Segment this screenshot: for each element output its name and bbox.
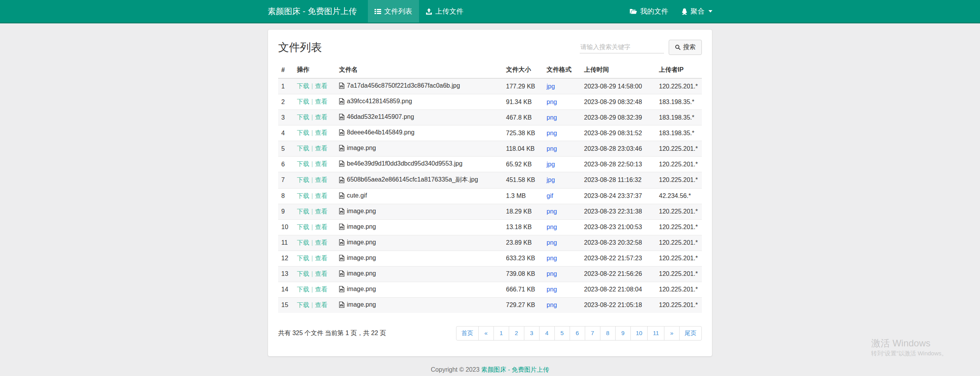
- row-actions: 下载|查看: [294, 172, 336, 189]
- page-button-»[interactable]: »: [664, 326, 680, 341]
- row-upload-time: 2023-08-28 23:03:46: [581, 141, 656, 157]
- page-button-7[interactable]: 7: [585, 326, 600, 341]
- page-button-«[interactable]: «: [478, 326, 494, 341]
- format-link[interactable]: jpg: [547, 161, 555, 168]
- view-link[interactable]: 查看: [315, 208, 327, 215]
- view-link[interactable]: 查看: [315, 224, 327, 230]
- view-link[interactable]: 查看: [315, 98, 327, 105]
- filename-text[interactable]: image.png: [347, 208, 376, 215]
- format-link[interactable]: png: [547, 255, 557, 261]
- filename-text[interactable]: be46e39d9d1f0dd3dbcd95d340d9553.jpg: [347, 160, 462, 167]
- format-link[interactable]: gif: [547, 192, 553, 199]
- format-link[interactable]: png: [547, 99, 557, 105]
- view-link[interactable]: 查看: [315, 161, 327, 167]
- filename-text[interactable]: 6508b65aea2e866145cfc1a8176335a_副本.jpg: [347, 176, 478, 184]
- page-button-11[interactable]: 11: [647, 326, 664, 341]
- page-button-4[interactable]: 4: [539, 326, 555, 341]
- format-link[interactable]: png: [547, 130, 557, 136]
- view-link[interactable]: 查看: [315, 302, 327, 308]
- row-size: 23.89 KB: [503, 235, 543, 251]
- file-image-icon: [339, 161, 344, 167]
- chevron-down-icon: [708, 10, 712, 12]
- view-link[interactable]: 查看: [315, 270, 327, 277]
- page-button-5[interactable]: 5: [554, 326, 570, 341]
- row-upload-time: 2023-08-22 21:08:04: [581, 282, 656, 297]
- download-link[interactable]: 下载: [297, 192, 309, 199]
- format-link[interactable]: png: [547, 224, 557, 230]
- download-link[interactable]: 下载: [297, 239, 309, 246]
- page-button-8[interactable]: 8: [600, 326, 616, 341]
- filename-text[interactable]: image.png: [347, 286, 376, 293]
- download-link[interactable]: 下载: [297, 129, 309, 136]
- format-link[interactable]: png: [547, 270, 557, 277]
- pagination: 首页«1234567891011»尾页: [456, 326, 702, 341]
- view-link[interactable]: 查看: [315, 286, 327, 293]
- page-button-10[interactable]: 10: [630, 326, 648, 341]
- page-button-9[interactable]: 9: [615, 326, 631, 341]
- page-button-3[interactable]: 3: [524, 326, 540, 341]
- page-button-首页[interactable]: 首页: [456, 326, 479, 341]
- filename-text[interactable]: a39fcc4128145859.png: [347, 98, 412, 105]
- download-link[interactable]: 下载: [297, 83, 309, 89]
- filename-text[interactable]: cute.gif: [347, 192, 367, 199]
- format-link[interactable]: png: [547, 286, 557, 293]
- page-button-尾页[interactable]: 尾页: [679, 326, 702, 341]
- format-link[interactable]: png: [547, 208, 557, 215]
- nav-tab-file-list[interactable]: 文件列表: [368, 0, 419, 23]
- view-link[interactable]: 查看: [315, 114, 327, 120]
- row-actions: 下载|查看: [294, 235, 336, 251]
- row-uploader-ip: 120.225.201.*: [656, 157, 702, 172]
- view-link[interactable]: 查看: [315, 83, 327, 89]
- filename-text[interactable]: image.png: [347, 239, 376, 246]
- download-link[interactable]: 下载: [297, 224, 309, 230]
- row-upload-time: 2023-08-29 14:58:00: [581, 78, 656, 94]
- row-filename: a39fcc4128145859.png: [336, 94, 503, 110]
- filename-text[interactable]: image.png: [347, 301, 376, 308]
- download-link[interactable]: 下载: [297, 302, 309, 308]
- page-button-2[interactable]: 2: [509, 326, 524, 341]
- download-link[interactable]: 下载: [297, 177, 309, 183]
- filename-text[interactable]: 46dad532e1145907.png: [347, 113, 414, 120]
- page-button-6[interactable]: 6: [570, 326, 585, 341]
- view-link[interactable]: 查看: [315, 239, 327, 246]
- download-link[interactable]: 下载: [297, 208, 309, 215]
- download-link[interactable]: 下载: [297, 286, 309, 293]
- nav-tab-upload[interactable]: 上传文件: [419, 0, 470, 23]
- filename-text[interactable]: image.png: [347, 145, 376, 152]
- brand-title[interactable]: 素颜图床 - 免费图片上传: [268, 0, 368, 23]
- row-uploader-ip: 120.225.201.*: [656, 219, 702, 235]
- view-link[interactable]: 查看: [315, 177, 327, 183]
- download-link[interactable]: 下载: [297, 270, 309, 277]
- page-button-1[interactable]: 1: [494, 326, 509, 341]
- download-link[interactable]: 下载: [297, 161, 309, 167]
- format-link[interactable]: jpg: [547, 177, 555, 183]
- download-link[interactable]: 下载: [297, 98, 309, 105]
- file-image-icon: [339, 177, 344, 183]
- view-link[interactable]: 查看: [315, 145, 327, 152]
- filename-text[interactable]: image.png: [347, 223, 376, 230]
- search-icon: [675, 44, 681, 50]
- filename-text[interactable]: 7a17da456c8750f221d3c867fac0a6b.jpg: [347, 82, 460, 89]
- table-row: 8 下载|查看 cute.gif 1.3 MB gif 2023-08-24 2…: [278, 188, 702, 204]
- view-link[interactable]: 查看: [315, 129, 327, 136]
- view-link[interactable]: 查看: [315, 192, 327, 199]
- filename-text[interactable]: 8deee46e4b145849.png: [347, 129, 415, 136]
- format-link[interactable]: jpg: [547, 83, 555, 90]
- aggregate-menu[interactable]: 聚合: [682, 7, 712, 16]
- footer-site-link[interactable]: 素颜图床 - 免费图片上传: [481, 366, 549, 373]
- filename-text[interactable]: image.png: [347, 270, 376, 277]
- row-index: 15: [278, 297, 294, 313]
- download-link[interactable]: 下载: [297, 255, 309, 261]
- format-link[interactable]: png: [547, 145, 557, 152]
- download-link[interactable]: 下载: [297, 145, 309, 152]
- download-link[interactable]: 下载: [297, 114, 309, 120]
- search-button[interactable]: 搜索: [669, 40, 702, 55]
- my-files-link[interactable]: 我的文件: [630, 7, 668, 16]
- view-link[interactable]: 查看: [315, 255, 327, 261]
- search-input[interactable]: [580, 41, 664, 53]
- table-header-row: # 操作 文件名 文件大小 文件格式 上传时间 上传者IP: [278, 62, 702, 78]
- format-link[interactable]: png: [547, 114, 557, 121]
- format-link[interactable]: png: [547, 239, 557, 246]
- format-link[interactable]: png: [547, 302, 557, 308]
- filename-text[interactable]: image.png: [347, 254, 376, 261]
